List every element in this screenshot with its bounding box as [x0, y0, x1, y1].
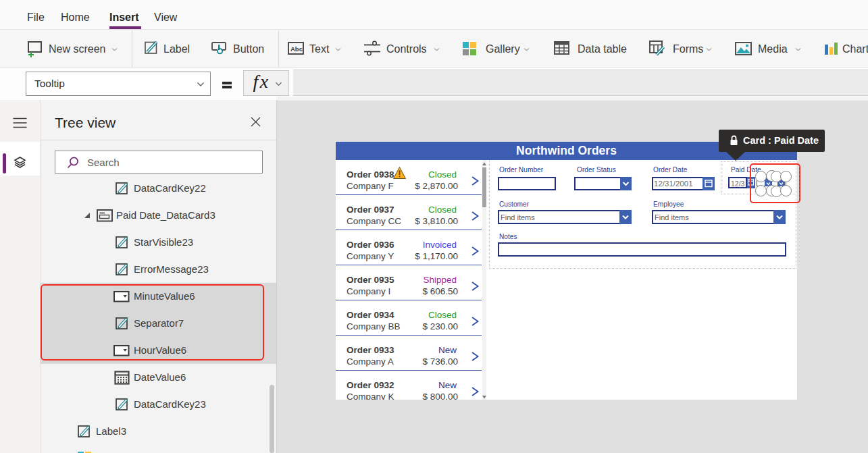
- svg-text:Abc: Abc: [290, 45, 303, 53]
